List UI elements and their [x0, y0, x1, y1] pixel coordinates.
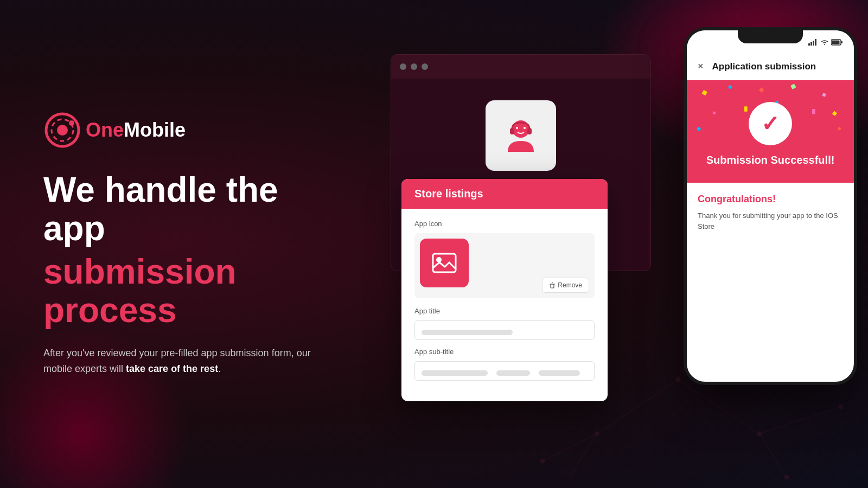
success-title: Submission Successfull!: [706, 154, 835, 166]
svg-point-19: [69, 120, 74, 126]
browser-dot-3: [422, 63, 428, 70]
svg-rect-22: [527, 128, 532, 134]
logo-one: One: [86, 119, 124, 141]
wifi-icon: [820, 39, 829, 46]
signal-icon: [808, 39, 818, 46]
congrats-text: Thank you for submitting your app to the…: [698, 210, 843, 232]
svg-point-28: [436, 257, 442, 262]
svg-rect-29: [551, 284, 554, 288]
svg-rect-42: [790, 84, 796, 89]
headline-line2: submission process: [43, 253, 326, 329]
congrats-title: Congratulations!: [698, 194, 843, 205]
headline-line1: We handle the app: [43, 171, 326, 247]
svg-rect-27: [433, 254, 456, 272]
svg-rect-48: [744, 106, 748, 112]
subtext: After you've reviewed your pre-filled ap…: [43, 345, 326, 377]
app-icon-label: App icon: [414, 220, 595, 228]
browser-titlebar: [391, 55, 650, 79]
app-title-placeholder: [422, 330, 513, 335]
svg-rect-50: [812, 109, 815, 114]
svg-rect-41: [759, 87, 764, 93]
right-panel: Store listings App icon: [369, 0, 868, 488]
browser-dot-1: [400, 63, 406, 70]
agent-icon-box: [486, 100, 556, 171]
main-content: OneMobile We handle the app submission p…: [0, 0, 868, 488]
check-mark: ✓: [761, 111, 780, 136]
status-icons: [808, 39, 843, 46]
app-title-field: App title: [414, 307, 595, 340]
congrats-area: Congratulations! Thank you for submittin…: [687, 183, 854, 382]
app-icon-placeholder: [420, 239, 469, 287]
app-title-label: App title: [414, 307, 595, 315]
phone-notch: [738, 30, 803, 43]
subtitle-ph-1: [422, 370, 488, 376]
logo: OneMobile: [43, 111, 326, 149]
svg-point-23: [516, 127, 518, 129]
svg-point-24: [524, 127, 526, 129]
phone-mockup: × Application submission: [684, 27, 857, 385]
store-listings-card: Store listings App icon: [401, 179, 608, 401]
battery-icon: [831, 39, 843, 46]
svg-rect-32: [808, 43, 810, 46]
remove-button[interactable]: Remove: [542, 278, 589, 293]
svg-rect-34: [813, 41, 814, 46]
app-icon-field: App icon: [414, 220, 595, 298]
app-icon-area: Remove: [414, 233, 595, 298]
svg-rect-35: [815, 39, 816, 46]
app-subtitle-input[interactable]: [414, 361, 595, 381]
card-header: Store listings: [401, 179, 608, 209]
svg-rect-37: [841, 41, 843, 43]
phone-title: Application submission: [712, 61, 816, 72]
app-title-input[interactable]: [414, 320, 595, 340]
close-button[interactable]: ×: [698, 61, 704, 72]
app-subtitle-field: App sub-title: [414, 348, 595, 381]
trash-icon: [549, 282, 556, 288]
check-circle: ✓: [749, 102, 792, 145]
svg-rect-44: [713, 111, 716, 114]
svg-rect-45: [832, 111, 837, 116]
phone-header: × Application submission: [687, 54, 854, 80]
svg-rect-47: [838, 127, 841, 130]
svg-rect-33: [810, 42, 812, 46]
browser-dot-2: [411, 63, 417, 70]
svg-point-17: [57, 125, 68, 136]
subtext-end: .: [218, 363, 221, 374]
left-panel: OneMobile We handle the app submission p…: [0, 79, 369, 409]
svg-rect-40: [728, 85, 732, 89]
congrats-text-content: Thank you for submitting your app to the…: [698, 211, 838, 230]
svg-rect-46: [697, 126, 701, 131]
svg-rect-43: [822, 93, 826, 97]
svg-rect-39: [701, 90, 707, 96]
subtitle-ph-3: [539, 370, 580, 376]
success-area: ✓ Submission Successfull!: [687, 80, 854, 183]
phone-screen: × Application submission: [687, 30, 854, 382]
image-icon: [431, 249, 458, 277]
logo-mobile: Mobile: [124, 119, 186, 141]
app-subtitle-label: App sub-title: [414, 348, 595, 356]
remove-label: Remove: [558, 281, 582, 289]
logo-icon: [43, 111, 81, 149]
svg-rect-38: [832, 41, 840, 44]
agent-svg: [499, 114, 542, 157]
subtext-bold: take care of the rest: [126, 363, 218, 374]
subtitle-ph-2: [496, 370, 529, 376]
logo-text: OneMobile: [86, 119, 186, 142]
svg-rect-21: [510, 128, 514, 134]
